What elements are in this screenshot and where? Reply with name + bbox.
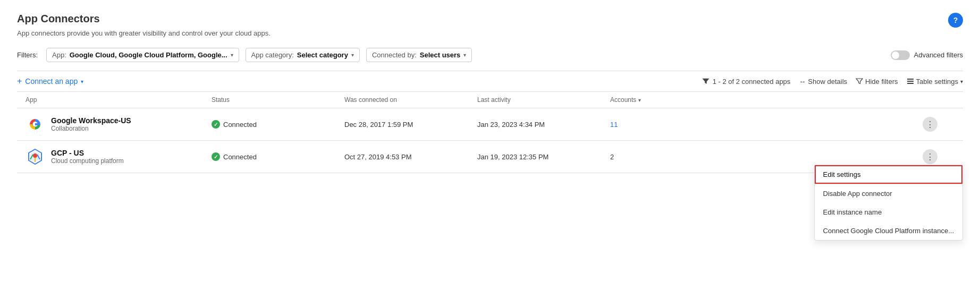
app-info-1: Google Workspace-US Collaboration <box>51 116 131 132</box>
advanced-filters-switch[interactable] <box>891 50 910 60</box>
hide-filters-button[interactable]: Hide filters <box>856 78 898 86</box>
last-activity-1: Jan 23, 2023 4:34 PM <box>477 121 610 129</box>
filters-label: Filters: <box>17 51 38 59</box>
page-title: App Connectors <box>17 13 963 25</box>
svg-point-8 <box>33 153 37 158</box>
action-cell-2: ⋮ <box>923 149 954 164</box>
app-filter-dropdown[interactable]: App: Google Cloud, Google Cloud Platform… <box>46 48 239 62</box>
app-type-1: Collaboration <box>51 125 131 132</box>
svg-rect-0 <box>907 79 914 80</box>
table-row: G Google Workspace-US Collaboration Conn… <box>17 108 963 141</box>
help-button[interactable]: ? <box>948 13 963 28</box>
col-header-actions <box>923 96 954 104</box>
table-settings-label: Table settings <box>916 78 959 86</box>
connect-app-button[interactable]: + Connect an app ▾ <box>17 76 83 86</box>
show-details-label: Show details <box>808 78 847 86</box>
action-cell-1: ⋮ <box>923 117 954 132</box>
context-menu-item-disable[interactable]: Disable App connector <box>815 184 962 203</box>
status-cell-1: Connected <box>212 120 344 129</box>
status-connected-icon <box>212 152 220 161</box>
google-workspace-icon: G <box>26 115 45 134</box>
last-activity-2: Jan 19, 2023 12:35 PM <box>477 153 610 161</box>
table: App Status Was connected on Last activit… <box>17 92 963 173</box>
col-header-last-activity: Last activity <box>477 96 610 104</box>
chevron-down-icon: ▾ <box>81 79 83 84</box>
app-cell-2: GCP - US Cloud computing platform <box>26 147 212 166</box>
count-label: 1 - 2 of 2 connected apps <box>702 78 791 86</box>
connectedby-filter-key: Connected by: <box>372 51 417 59</box>
category-filter-key: App category: <box>251 51 294 59</box>
status-text-1: Connected <box>223 121 257 129</box>
toolbar-right: 1 - 2 of 2 connected apps ↔ Show details… <box>702 78 963 86</box>
app-type-2: Cloud computing platform <box>51 157 124 165</box>
status-connected-icon <box>212 120 220 129</box>
app-name-1: Google Workspace-US <box>51 116 131 125</box>
category-filter-dropdown[interactable]: App category: Select category ▾ <box>246 48 360 62</box>
hide-filters-icon <box>856 78 863 85</box>
chevron-down-icon: ▾ <box>231 52 233 58</box>
app-name-2: GCP - US <box>51 149 124 157</box>
category-filter-value: Select category <box>297 51 348 59</box>
col-header-connected-on: Was connected on <box>344 96 477 104</box>
table-settings-button[interactable]: Table settings ▾ <box>907 78 964 86</box>
chevron-down-icon: ▾ <box>960 79 963 84</box>
plus-icon: + <box>17 76 22 86</box>
connectedby-filter-dropdown[interactable]: Connected by: Select users ▾ <box>366 48 472 62</box>
context-menu-item-connect-gcp[interactable]: Connect Google Cloud Platform instance..… <box>815 221 962 240</box>
show-details-button[interactable]: ↔ Show details <box>799 78 847 86</box>
context-menu: Edit settings Disable App connector Edit… <box>814 165 963 241</box>
col-header-app: App <box>26 96 212 104</box>
accounts-2[interactable]: 2 <box>610 153 923 161</box>
advanced-filters-toggle[interactable]: Advanced filters <box>891 50 964 60</box>
connect-app-label: Connect an app <box>25 77 78 86</box>
app-cell-1: G Google Workspace-US Collaboration <box>26 115 212 134</box>
advanced-filters-label: Advanced filters <box>914 51 964 59</box>
connectedby-filter-value: Select users <box>420 51 461 59</box>
context-menu-item-edit-settings[interactable]: Edit settings <box>815 165 962 184</box>
col-header-status: Status <box>212 96 344 104</box>
table-settings-icon <box>907 78 914 85</box>
gcp-icon <box>26 147 45 166</box>
table-header: App Status Was connected on Last activit… <box>17 92 963 108</box>
context-menu-item-edit-name[interactable]: Edit instance name <box>815 203 962 221</box>
app-filter-key: App: <box>52 51 66 59</box>
toggle-knob <box>892 52 899 59</box>
app-info-2: GCP - US Cloud computing platform <box>51 149 124 165</box>
funnel-icon <box>702 78 709 85</box>
chevron-down-icon: ▾ <box>463 52 466 58</box>
svg-rect-2 <box>907 83 914 84</box>
count-text: 1 - 2 of 2 connected apps <box>713 78 791 86</box>
row-action-button-1[interactable]: ⋮ <box>923 117 937 132</box>
status-text-2: Connected <box>223 153 257 161</box>
filters-section: Filters: App: Google Cloud, Google Cloud… <box>17 48 963 62</box>
toolbar-row: + Connect an app ▾ 1 - 2 of 2 connected … <box>17 71 963 92</box>
connected-on-1: Dec 28, 2017 1:59 PM <box>344 121 477 129</box>
chevron-down-icon: ▾ <box>351 52 354 58</box>
svg-rect-1 <box>907 81 914 82</box>
accounts-1[interactable]: 11 <box>610 121 923 129</box>
status-cell-2: Connected <box>212 152 344 161</box>
page-subtitle: App connectors provide you with greater … <box>17 29 963 37</box>
svg-rect-5 <box>35 123 40 125</box>
col-header-accounts[interactable]: Accounts ▾ <box>610 96 923 104</box>
row-action-button-2[interactable]: ⋮ <box>923 149 937 164</box>
hide-filters-label: Hide filters <box>865 78 898 86</box>
app-filter-value: Google Cloud, Google Cloud Platform, Goo… <box>70 51 227 59</box>
chevron-down-icon: ▾ <box>638 97 641 103</box>
connected-on-2: Oct 27, 2019 4:53 PM <box>344 153 477 161</box>
